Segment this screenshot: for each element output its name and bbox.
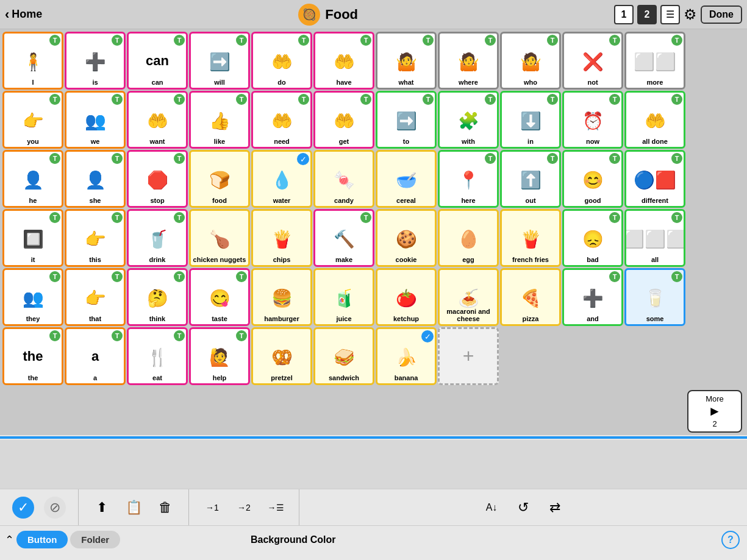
cell-4-10[interactable]: 🥛someT [624,268,685,326]
cell-5-5[interactable]: 🥪sandwich [313,327,374,385]
cell-2-1[interactable]: 👤sheT [65,150,126,208]
cell-4-5[interactable]: 🧃juice [313,268,374,326]
cell-1-2[interactable]: 🤲wantT [127,91,188,149]
cell-1-4[interactable]: 🤲needT [251,91,312,149]
cell-3-0[interactable]: 🔲itT [2,209,63,267]
swap-btn[interactable]: ⇄ [544,497,566,519]
page-1-btn[interactable]: 1 [614,5,634,24]
help-button[interactable]: ? [721,531,740,549]
cell-0-3[interactable]: ➡️willT [189,32,250,90]
copy-btn[interactable]: 📋 [123,497,145,519]
t-badge: T [112,94,123,105]
cell-0-0[interactable]: 🧍IT [2,32,63,90]
cancel-btn[interactable]: ⊘ [44,497,66,519]
cell-symbol-icon: 🍪 [396,229,417,249]
cell-0-7[interactable]: 🤷whereT [438,32,499,90]
cell-1-8[interactable]: ⬇️inT [500,91,561,149]
cell-0-10[interactable]: ⬜⬜moreT [624,32,685,90]
settings-gear-icon[interactable]: ⚙ [684,6,697,23]
cell-label: candy [316,197,371,204]
cell-symbol-icon: 🥛 [645,288,666,308]
button-tab[interactable]: Button [16,531,68,548]
cell-3-5[interactable]: 🔨makeT [313,209,374,267]
collapse-btn[interactable]: ⌃ [5,533,14,547]
cell-1-6[interactable]: ➡️toT [376,91,437,149]
t-badge: T [485,94,496,105]
cell-3-10[interactable]: ⬜⬜⬜allT [624,209,685,267]
cell-2-8[interactable]: ⬆️outT [500,150,561,208]
cell-symbol-icon: 🧍 [23,52,44,72]
cell-0-1[interactable]: ➕isT [65,32,126,90]
cell-label: hamburger [254,315,309,322]
cell-3-7[interactable]: 🥚egg [438,209,499,267]
cell-1-1[interactable]: 👥weT [65,91,126,149]
cell-5-6[interactable]: 🍌banana✓ [376,327,437,385]
delete-btn[interactable]: 🗑 [154,497,176,519]
cell-symbol-icon: ❌ [582,52,604,72]
cell-4-1[interactable]: 👉thatT [65,268,126,326]
page-2-btn[interactable]: 2 [637,5,657,24]
cell-2-10[interactable]: 🔵🟥differentT [624,150,685,208]
cell-5-1[interactable]: aaT [65,327,126,385]
cell-1-3[interactable]: 👍likeT [189,91,250,149]
cell-0-8[interactable]: 🤷whoT [500,32,561,90]
cell-label: ketchup [379,315,434,322]
cell-0-6[interactable]: 🤷whatT [376,32,437,90]
cell-2-6[interactable]: 🥣cereal [376,150,437,208]
page-list-icon[interactable]: ☰ [660,5,680,24]
more-button[interactable]: More ► 2 [687,390,742,433]
cell-4-9[interactable]: ➕andT [562,268,623,326]
cell-4-4[interactable]: 🍔hamburger [251,268,312,326]
cell-1-7[interactable]: 🧩withT [438,91,499,149]
cell-5-2[interactable]: 🍴eatT [127,327,188,385]
cell-5-0[interactable]: thetheT [2,327,63,385]
sort-btn[interactable]: A↓ [481,497,502,519]
cell-2-9[interactable]: 😊goodT [562,150,623,208]
t-badge: T [609,35,620,46]
cell-4-8[interactable]: 🍕pizza [500,268,561,326]
cell-2-7[interactable]: 📍hereT [438,150,499,208]
goto-2-btn[interactable]: →2 [233,497,255,519]
done-button[interactable]: Done [701,5,742,24]
cell-label: get [316,138,371,145]
cell-0-9[interactable]: ❌notT [562,32,623,90]
cell-4-0[interactable]: 👥theyT [2,268,63,326]
folder-tab[interactable]: Folder [70,531,120,548]
cell-5-4[interactable]: 🥨pretzel [251,327,312,385]
cell-2-3[interactable]: 🍞food [189,150,250,208]
check-btn[interactable]: ✓ [12,497,34,519]
cell-symbol-icon: 🍟 [271,229,293,249]
cell-2-4[interactable]: 💧water✓ [251,150,312,208]
cell-3-2[interactable]: 🥤drinkT [127,209,188,267]
cell-5-3[interactable]: 🙋helpT [189,327,250,385]
cell-3-3[interactable]: 🍗chicken nuggets [189,209,250,267]
cell-3-1[interactable]: 👉thisT [65,209,126,267]
refresh-btn[interactable]: ↺ [512,497,534,519]
cell-3-9[interactable]: 😞badT [562,209,623,267]
home-button[interactable]: ‹ Home [5,7,42,23]
cell-1-5[interactable]: 🤲getT [313,91,374,149]
toolbar-group-1: ✓ ⊘ [0,489,79,525]
cell-3-4[interactable]: 🍟chips [251,209,312,267]
cell-1-9[interactable]: ⏰nowT [562,91,623,149]
cell-1-10[interactable]: 🤲all doneT [624,91,685,149]
cell-3-8[interactable]: 🍟french fries [500,209,561,267]
cell-0-5[interactable]: 🤲haveT [313,32,374,90]
import-btn[interactable]: ⬆ [91,497,113,519]
cell-0-2[interactable]: cancanT [127,32,188,90]
cell-3-6[interactable]: 🍪cookie [376,209,437,267]
cell-4-2[interactable]: 🤔thinkT [127,268,188,326]
cell-4-3[interactable]: 😋tasteT [189,268,250,326]
cell-label: now [565,138,620,145]
cell-5-7[interactable]: + [438,327,499,385]
goto-1-btn[interactable]: →1 [201,497,223,519]
cell-0-4[interactable]: 🤲doT [251,32,312,90]
cell-1-0[interactable]: 👉youT [2,91,63,149]
cell-2-0[interactable]: 👤heT [2,150,63,208]
cell-label: help [192,374,247,381]
cell-2-5[interactable]: 🍬candy [313,150,374,208]
cell-4-6[interactable]: 🍅ketchup [376,268,437,326]
cell-2-2[interactable]: 🛑stopT [127,150,188,208]
cell-4-7[interactable]: 🍝macaroni and cheese [438,268,499,326]
goto-list-btn[interactable]: →☰ [265,497,287,519]
